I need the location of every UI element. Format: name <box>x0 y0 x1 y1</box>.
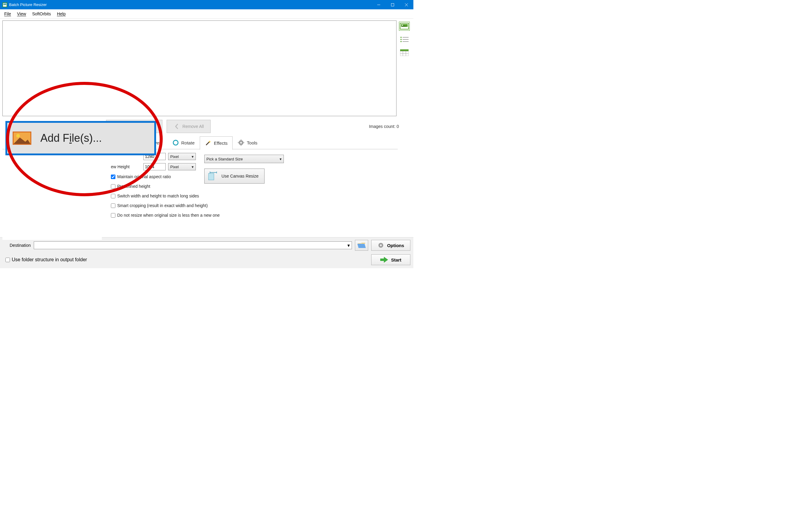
destination-select[interactable]: ▾ <box>34 241 352 249</box>
tab-rotate[interactable]: Rotate <box>167 136 200 149</box>
maintain-aspect-checkbox[interactable]: Maintain original aspect ratio <box>111 173 204 181</box>
rotate-icon <box>172 139 179 146</box>
browse-folder-button[interactable] <box>355 240 368 251</box>
svg-rect-25 <box>243 142 244 143</box>
remove-all-label: Remove All <box>183 124 204 129</box>
image-list-pane[interactable] <box>2 20 396 116</box>
chevron-down-icon: ▾ <box>347 243 350 248</box>
options-button[interactable]: Options <box>371 240 410 251</box>
menubar: File View SoftOrbits Help <box>0 9 414 19</box>
predefined-height-checkbox[interactable]: Predefined height <box>111 182 204 190</box>
chevron-down-icon: ▾ <box>192 154 194 159</box>
canvas-resize-icon <box>208 171 217 181</box>
svg-rect-26 <box>208 174 214 180</box>
chevron-down-icon: ▾ <box>192 165 194 169</box>
picture-icon <box>13 132 31 145</box>
remove-all-button[interactable]: Remove All <box>166 120 211 133</box>
resize-options: x Pixel▾ ew Height Pixel▾ Maintain origi… <box>2 149 411 219</box>
svg-point-11 <box>401 39 402 40</box>
tab-tools[interactable]: Tools <box>233 136 262 149</box>
svg-rect-14 <box>403 41 409 42</box>
new-height-input[interactable] <box>143 163 166 170</box>
menu-softorbits[interactable]: SoftOrbits <box>29 10 54 17</box>
view-list-button[interactable] <box>399 35 410 44</box>
svg-rect-10 <box>403 37 409 37</box>
view-switcher <box>399 20 411 116</box>
start-button[interactable]: Start <box>371 254 410 265</box>
standard-size-select[interactable]: Pick a Standard Size▾ <box>204 155 284 163</box>
bottom-bar: Destination ▾ Options Use folder structu… <box>0 237 414 268</box>
maximize-button[interactable] <box>386 0 400 9</box>
svg-rect-24 <box>238 142 239 143</box>
new-height-row: ew Height Pixel▾ <box>111 163 204 171</box>
gear-icon <box>238 139 244 146</box>
svg-point-31 <box>380 244 382 246</box>
folder-icon <box>357 242 366 249</box>
svg-rect-12 <box>403 39 409 40</box>
view-thumbnail-button[interactable] <box>399 22 410 31</box>
height-unit-select[interactable]: Pixel▾ <box>168 163 196 170</box>
app-icon <box>2 2 7 7</box>
svg-rect-22 <box>241 139 241 140</box>
svg-point-29 <box>16 134 20 137</box>
play-icon <box>380 257 388 263</box>
destination-label: Destination <box>10 243 31 248</box>
add-files-button[interactable]: Add File(s)... <box>5 121 156 155</box>
menu-view[interactable]: View <box>14 10 29 17</box>
wand-icon <box>205 140 212 146</box>
use-folder-structure-checkbox[interactable]: Use folder structure in output folder <box>5 256 87 264</box>
menu-file[interactable]: File <box>1 10 14 17</box>
switch-wh-checkbox[interactable]: Switch width and height to match long si… <box>111 192 219 200</box>
svg-point-21 <box>240 142 242 144</box>
svg-point-19 <box>173 140 178 145</box>
svg-rect-23 <box>241 145 241 146</box>
chevron-down-icon: ▾ <box>280 157 282 161</box>
width-unit-select[interactable]: Pixel▾ <box>168 153 196 160</box>
minimize-button[interactable] <box>372 0 386 9</box>
canvas-resize-button[interactable]: Use Canvas Resize <box>204 168 264 184</box>
svg-point-13 <box>401 41 402 42</box>
chevron-left-icon <box>174 122 179 131</box>
titlebar: Batch Picture Resizer <box>0 0 414 9</box>
svg-point-9 <box>401 37 402 38</box>
menu-help[interactable]: Help <box>54 10 69 17</box>
svg-rect-15 <box>400 49 409 51</box>
gear-icon <box>378 242 384 249</box>
add-files-label: Add File(s)... <box>40 132 102 145</box>
images-count: Images count: 0 <box>369 124 399 129</box>
new-height-label: ew Height <box>111 164 141 169</box>
window-title: Batch Picture Resizer <box>9 2 372 7</box>
svg-point-3 <box>4 3 4 4</box>
view-grid-button[interactable] <box>399 48 410 57</box>
close-button[interactable] <box>400 0 414 9</box>
svg-rect-4 <box>391 3 394 6</box>
tab-effects[interactable]: Effects <box>200 136 233 150</box>
